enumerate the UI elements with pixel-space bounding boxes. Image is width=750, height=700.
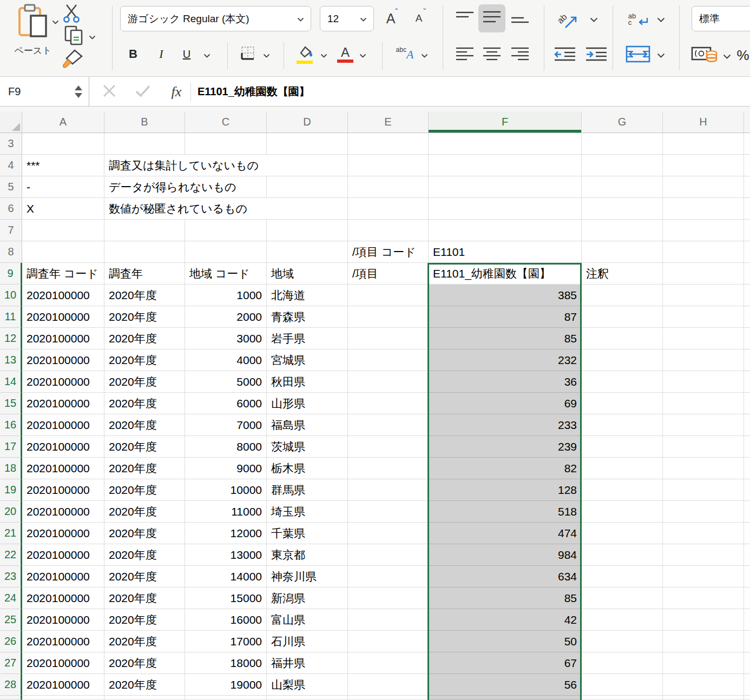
- cell[interactable]: [429, 133, 582, 155]
- align-middle-button[interactable]: [478, 4, 505, 32]
- cell[interactable]: 2020100000: [22, 393, 104, 414]
- cell[interactable]: [744, 349, 750, 371]
- row-header[interactable]: 20: [0, 501, 22, 523]
- row-header[interactable]: 12: [0, 328, 22, 349]
- chevron-down-icon[interactable]: [590, 15, 598, 25]
- cell[interactable]: 233: [429, 414, 582, 436]
- column-header-partial[interactable]: [744, 111, 750, 133]
- cell[interactable]: 埼玉県: [267, 501, 348, 523]
- cell[interactable]: /項目 コード: [348, 241, 429, 263]
- cell[interactable]: [663, 609, 744, 631]
- cell[interactable]: [429, 696, 582, 700]
- cell[interactable]: [185, 696, 267, 700]
- cell[interactable]: [663, 631, 744, 652]
- row-header[interactable]: 6: [0, 198, 22, 220]
- cell[interactable]: 2020100000: [22, 306, 104, 328]
- align-right-button[interactable]: [508, 43, 532, 67]
- cell[interactable]: [582, 414, 663, 436]
- cell[interactable]: 2020100000: [22, 414, 104, 436]
- cell[interactable]: [663, 371, 744, 393]
- cell[interactable]: 4000: [185, 349, 267, 371]
- cell[interactable]: [429, 176, 582, 198]
- cell[interactable]: 67: [429, 652, 582, 674]
- borders-button[interactable]: [237, 44, 259, 64]
- cell[interactable]: -: [22, 176, 104, 198]
- cell[interactable]: 232: [429, 349, 582, 371]
- text-orientation-button[interactable]: ab: [554, 5, 584, 32]
- copy-button[interactable]: [63, 26, 85, 48]
- row-header[interactable]: 21: [0, 523, 22, 544]
- cell[interactable]: 85: [429, 587, 582, 609]
- cell[interactable]: 2020100000: [22, 587, 104, 609]
- cell[interactable]: 984: [429, 544, 582, 566]
- cell[interactable]: [582, 371, 663, 393]
- merge-center-button[interactable]: [623, 44, 653, 66]
- cell[interactable]: [663, 155, 744, 176]
- cell[interactable]: 13000: [185, 544, 267, 566]
- cell[interactable]: [582, 306, 663, 328]
- cancel-button[interactable]: [100, 83, 119, 101]
- cell[interactable]: [582, 198, 663, 220]
- cell[interactable]: 87: [429, 306, 582, 328]
- cell[interactable]: 2020100000: [22, 544, 104, 566]
- cell[interactable]: [582, 587, 663, 609]
- cell[interactable]: 2020年度: [104, 328, 185, 349]
- cell[interactable]: 7000: [185, 414, 267, 436]
- cell[interactable]: 69: [429, 393, 582, 414]
- cell[interactable]: [348, 220, 429, 241]
- row-header[interactable]: 28: [0, 674, 22, 696]
- cell[interactable]: [582, 176, 663, 198]
- format-painter-button[interactable]: [61, 49, 85, 71]
- cell[interactable]: 千葉県: [267, 523, 348, 544]
- chevron-down-icon[interactable]: [52, 17, 59, 27]
- column-header-B[interactable]: B: [104, 111, 185, 133]
- cell[interactable]: [348, 328, 429, 349]
- wrap-text-button[interactable]: ab c: [622, 6, 654, 32]
- cell[interactable]: [348, 414, 429, 436]
- cell[interactable]: [744, 393, 750, 414]
- cell[interactable]: 2020年度: [104, 631, 185, 652]
- row-header[interactable]: 27: [0, 652, 22, 674]
- cell[interactable]: 岩手県: [267, 328, 348, 349]
- cell[interactable]: 3000: [185, 328, 267, 349]
- cell[interactable]: [267, 133, 348, 155]
- cell[interactable]: [429, 220, 582, 241]
- cell[interactable]: 2020100000: [22, 523, 104, 544]
- cell[interactable]: [744, 696, 750, 700]
- row-header[interactable]: 7: [0, 220, 22, 241]
- row-header[interactable]: 22: [0, 544, 22, 566]
- cell[interactable]: 2020100000: [22, 479, 104, 501]
- align-bottom-button[interactable]: [508, 6, 532, 30]
- cell[interactable]: [348, 479, 429, 501]
- cell[interactable]: [663, 436, 744, 458]
- chevron-down-icon[interactable]: [723, 52, 731, 62]
- cell[interactable]: 239: [429, 436, 582, 458]
- cell[interactable]: [744, 566, 750, 587]
- cell[interactable]: [744, 523, 750, 544]
- row-header[interactable]: 9: [0, 263, 22, 285]
- font-color-button[interactable]: A: [334, 42, 356, 66]
- cell[interactable]: [348, 371, 429, 393]
- cell[interactable]: [663, 696, 744, 700]
- cell[interactable]: [582, 652, 663, 674]
- cell[interactable]: 地域: [267, 263, 348, 285]
- cell[interactable]: 2020100000: [22, 501, 104, 523]
- column-header-D[interactable]: D: [267, 111, 348, 133]
- cell[interactable]: 2020年度: [104, 436, 185, 458]
- chevron-down-icon[interactable]: [203, 51, 210, 61]
- row-header[interactable]: 17: [0, 436, 22, 458]
- cell[interactable]: [348, 587, 429, 609]
- chevron-down-icon[interactable]: [421, 51, 428, 61]
- cell[interactable]: [104, 133, 185, 155]
- cell[interactable]: 群馬県: [267, 479, 348, 501]
- cell[interactable]: [744, 501, 750, 523]
- cell[interactable]: 宮城県: [267, 349, 348, 371]
- cell[interactable]: [663, 566, 744, 587]
- cell[interactable]: ***: [22, 155, 104, 176]
- cell[interactable]: 2020100000: [22, 436, 104, 458]
- row-header[interactable]: 19: [0, 479, 22, 501]
- cell[interactable]: 474: [429, 523, 582, 544]
- cell[interactable]: 神奈川県: [267, 566, 348, 587]
- row-header[interactable]: 18: [0, 458, 22, 479]
- cell[interactable]: 調査年: [104, 263, 185, 285]
